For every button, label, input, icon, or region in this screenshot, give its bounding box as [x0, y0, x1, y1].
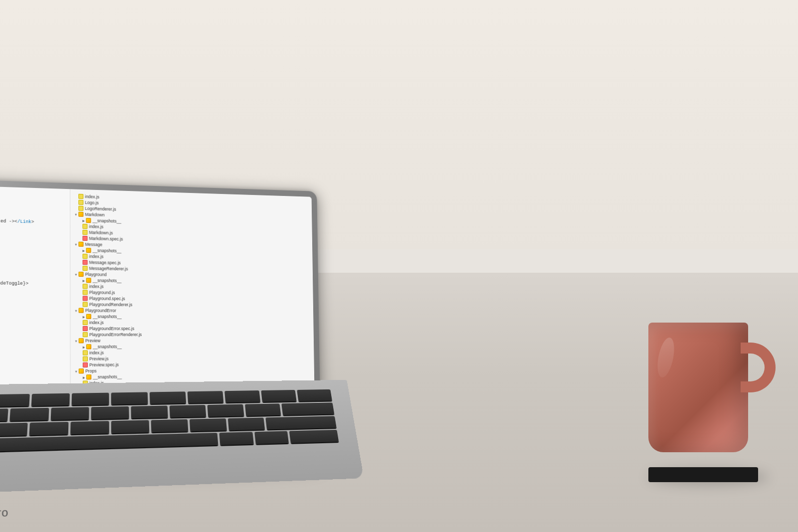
code-line — [0, 272, 64, 281]
spec-file-icon — [83, 296, 88, 301]
folder-item-snapshots[interactable]: __snapshots__ — [70, 314, 313, 320]
js-file-icon — [83, 284, 88, 289]
code-line: lasses.showCode} onClick={onCodeToggle}> — [0, 279, 64, 288]
keyboard-key — [254, 431, 288, 444]
cup-shine — [655, 338, 677, 377]
keyboard-key — [151, 419, 188, 432]
folder-closed-icon — [83, 278, 86, 283]
keyboard-key — [9, 408, 49, 421]
keyboard-key — [289, 430, 339, 443]
folder-closed-icon — [83, 344, 86, 349]
folder-icon — [79, 308, 84, 313]
folder-icon — [78, 212, 83, 217]
keyboard-key — [281, 402, 334, 415]
keyboard-key — [0, 408, 8, 422]
folder-icon — [86, 374, 91, 379]
folder-icon — [86, 314, 91, 319]
laptop: ink>) ame}=> Exit Isolation</Link> ame +… — [0, 177, 348, 482]
coffee-cup — [648, 333, 758, 482]
folder-closed-icon — [83, 314, 86, 319]
folder-closed-icon — [82, 248, 86, 253]
keyboard-key — [70, 421, 109, 434]
keyboard-key — [150, 391, 186, 404]
keyboard-key — [190, 418, 227, 431]
folder-open-icon — [75, 368, 79, 373]
js-file-icon — [82, 230, 87, 235]
keyboard-key — [224, 390, 260, 402]
keyboard-spacebar — [0, 433, 218, 451]
folder-open-icon — [74, 211, 78, 216]
keyboard-key — [170, 405, 206, 417]
keyboard-key — [29, 422, 69, 435]
keyboard-key — [245, 403, 281, 416]
keyboard-key — [219, 432, 254, 445]
tree-item: PlaygroundError.spec.js — [70, 326, 313, 332]
folder-icon — [86, 278, 91, 283]
folder-icon — [86, 218, 91, 223]
keyboard-key — [0, 423, 27, 436]
js-file-icon — [83, 356, 88, 361]
js-file-icon — [78, 200, 83, 205]
keyboard-key — [261, 390, 296, 402]
js-file-icon — [83, 332, 88, 337]
folder-icon — [79, 368, 84, 373]
spec-file-icon — [83, 260, 88, 265]
keyboard-key — [207, 404, 244, 417]
keyboard-rows — [0, 380, 359, 462]
spec-file-icon — [82, 236, 87, 241]
cup-coaster — [648, 467, 758, 482]
folder-open-icon — [74, 242, 78, 247]
spec-file-icon — [83, 362, 88, 367]
folder-icon — [86, 344, 91, 349]
js-file-icon — [83, 320, 88, 325]
js-file-icon — [83, 302, 88, 307]
folder-open-icon — [75, 338, 79, 343]
js-file-icon — [82, 224, 87, 229]
cup-body — [648, 323, 748, 452]
tree-item: index.js — [70, 320, 313, 326]
js-file-icon — [82, 254, 87, 259]
keyboard-key — [265, 416, 337, 429]
keyboard-key — [91, 406, 129, 419]
folder-icon — [79, 338, 84, 343]
folder-icon — [78, 242, 83, 247]
folder-icon — [78, 272, 83, 277]
keyboard-key — [228, 418, 265, 431]
keyboard-key — [111, 420, 149, 434]
keyboard-key — [297, 389, 332, 401]
keyboard-key — [111, 392, 148, 404]
folder-open-icon — [74, 272, 78, 277]
js-file-icon — [78, 194, 83, 199]
keyboard-key — [71, 393, 109, 405]
js-file-icon — [83, 290, 88, 295]
spec-file-icon — [83, 326, 88, 331]
keyboard-key — [131, 406, 168, 419]
keyboard-key — [31, 393, 70, 406]
js-file-icon — [83, 351, 88, 355]
folder-closed-icon — [82, 218, 86, 223]
js-file-icon — [83, 266, 88, 271]
coffee-cup-area — [648, 333, 758, 482]
keyboard-key — [51, 407, 89, 420]
folder-icon — [86, 248, 91, 253]
folder-closed-icon — [83, 374, 86, 379]
folder-open-icon — [74, 308, 78, 313]
js-file-icon — [78, 206, 83, 211]
keyboard-key — [188, 391, 224, 403]
keyboard-key — [0, 394, 30, 407]
